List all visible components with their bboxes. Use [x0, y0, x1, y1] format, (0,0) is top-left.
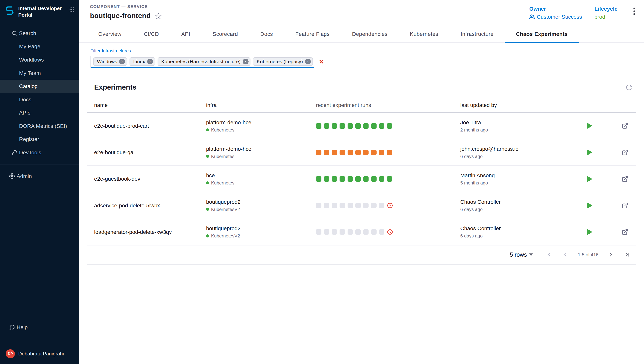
run-experiment-button[interactable] — [587, 176, 592, 182]
run-status-square[interactable] — [316, 203, 321, 208]
tab-infrastructure[interactable]: Infrastructure — [449, 25, 505, 43]
run-status-square[interactable] — [340, 150, 345, 155]
sidebar-item-admin[interactable]: Admin — [0, 170, 79, 183]
sidebar-item-apis[interactable]: APIs — [0, 106, 79, 120]
sidebar-item-my-team[interactable]: My Team — [0, 66, 79, 80]
sidebar-item-my-page[interactable]: My Page — [0, 40, 79, 53]
filter-chip[interactable]: Windows × — [93, 57, 127, 66]
run-status-square[interactable] — [355, 123, 361, 129]
refresh-icon[interactable] — [626, 84, 632, 91]
run-status-square[interactable] — [332, 229, 337, 234]
run-experiment-button[interactable] — [587, 123, 592, 129]
run-status-square[interactable] — [348, 203, 353, 208]
run-status-square[interactable] — [379, 150, 384, 155]
clear-filters-icon[interactable]: × — [319, 58, 324, 65]
run-status-square[interactable] — [371, 229, 376, 234]
table-row[interactable]: adservice-pod-delete-5lwbx boutiqueprod2… — [87, 192, 636, 219]
sidebar-item-dora-metrics[interactable]: DORA Metrics (SEI) — [0, 120, 79, 133]
table-row[interactable]: loadgenerator-pod-delete-xw3qy boutiquep… — [87, 219, 636, 246]
sidebar-item-docs[interactable]: Docs — [0, 93, 79, 106]
infrastructure-filter-input[interactable]: Windows × Linux × Kubernetes (Harness In… — [90, 56, 314, 68]
run-status-square[interactable] — [348, 176, 353, 182]
user-profile[interactable]: DP Debabrata Panigrahi — [0, 344, 79, 364]
owner-link[interactable]: Customer Success — [529, 14, 582, 20]
run-status-square[interactable] — [371, 176, 376, 182]
table-row[interactable]: e2e-guestbook-dev hce Kubernetes Martin … — [87, 166, 636, 192]
run-status-square[interactable] — [363, 150, 369, 155]
stopped-clock-icon[interactable] — [387, 229, 393, 235]
run-status-square[interactable] — [332, 176, 337, 182]
sidebar-item-register[interactable]: Register — [0, 133, 79, 146]
run-status-square[interactable] — [387, 176, 392, 182]
last-page-button[interactable] — [623, 251, 630, 258]
run-status-square[interactable] — [324, 150, 329, 155]
run-status-square[interactable] — [348, 229, 353, 234]
apps-grid-icon[interactable] — [69, 5, 75, 14]
tab-scorecard[interactable]: Scorecard — [201, 25, 249, 43]
tab-dependencies[interactable]: Dependencies — [341, 25, 399, 43]
kebab-menu-icon[interactable] — [630, 6, 638, 18]
open-in-new-icon[interactable] — [622, 149, 628, 156]
run-status-square[interactable] — [324, 203, 329, 208]
tab-docs[interactable]: Docs — [249, 25, 284, 43]
run-status-square[interactable] — [340, 203, 345, 208]
rows-per-page-select[interactable]: 5 rows — [510, 251, 533, 258]
run-status-square[interactable] — [340, 229, 345, 234]
run-status-square[interactable] — [363, 123, 369, 129]
run-status-square[interactable] — [371, 123, 376, 129]
run-status-square[interactable] — [316, 123, 321, 129]
filter-chip[interactable]: Kubernetes (Harness Infrastructure) × — [158, 57, 250, 66]
open-in-new-icon[interactable] — [622, 229, 628, 235]
run-status-square[interactable] — [316, 176, 321, 182]
open-in-new-icon[interactable] — [622, 202, 628, 209]
run-status-square[interactable] — [324, 229, 329, 234]
run-status-square[interactable] — [379, 176, 384, 182]
sidebar-item-workflows[interactable]: Workflows — [0, 53, 79, 66]
sidebar-item-devtools[interactable]: DevTools — [0, 146, 79, 159]
run-experiment-button[interactable] — [587, 149, 592, 156]
run-experiment-button[interactable] — [587, 202, 592, 209]
run-status-square[interactable] — [340, 176, 345, 182]
run-status-square[interactable] — [316, 150, 321, 155]
first-page-button[interactable] — [546, 251, 553, 258]
run-status-square[interactable] — [348, 123, 353, 129]
sidebar-item-help[interactable]: Help — [0, 321, 79, 334]
run-status-square[interactable] — [355, 176, 361, 182]
run-status-square[interactable] — [387, 123, 392, 129]
run-status-square[interactable] — [316, 229, 321, 234]
run-status-square[interactable] — [324, 123, 329, 129]
favorite-star-icon[interactable] — [155, 12, 162, 20]
run-status-square[interactable] — [363, 176, 369, 182]
sidebar-item-search[interactable]: Search — [0, 27, 79, 40]
next-page-button[interactable] — [607, 251, 614, 258]
run-status-square[interactable] — [332, 123, 337, 129]
run-status-square[interactable] — [379, 203, 384, 208]
run-status-square[interactable] — [355, 150, 361, 155]
run-status-square[interactable] — [348, 150, 353, 155]
chip-remove-icon[interactable]: × — [119, 59, 125, 64]
tab-overview[interactable]: Overview — [87, 25, 133, 43]
chip-remove-icon[interactable]: × — [243, 59, 248, 64]
chip-remove-icon[interactable]: × — [147, 59, 153, 64]
sidebar-item-catalog[interactable]: Catalog — [0, 80, 79, 93]
table-row[interactable]: e2e-boutique-qa platform-demo-hce Kubern… — [87, 139, 636, 166]
run-status-square[interactable] — [363, 229, 369, 234]
run-experiment-button[interactable] — [587, 229, 592, 235]
stopped-clock-icon[interactable] — [387, 202, 393, 209]
table-row[interactable]: e2e-boutique-prod-cart platform-demo-hce… — [87, 113, 636, 139]
run-status-square[interactable] — [332, 203, 337, 208]
open-in-new-icon[interactable] — [622, 176, 628, 182]
filter-chip[interactable]: Linux × — [130, 57, 155, 66]
run-status-square[interactable] — [387, 150, 392, 155]
run-status-square[interactable] — [379, 229, 384, 234]
previous-page-button[interactable] — [562, 251, 569, 258]
run-status-square[interactable] — [324, 176, 329, 182]
run-status-square[interactable] — [379, 123, 384, 129]
tab-cicd[interactable]: CI/CD — [133, 25, 170, 43]
run-status-square[interactable] — [363, 203, 369, 208]
tab-chaos-experiments[interactable]: Chaos Experiments — [505, 25, 579, 43]
tab-kubernetes[interactable]: Kubernetes — [399, 25, 449, 43]
chip-remove-icon[interactable]: × — [305, 59, 311, 64]
tab-feature-flags[interactable]: Feature Flags — [284, 25, 341, 43]
run-status-square[interactable] — [371, 203, 376, 208]
